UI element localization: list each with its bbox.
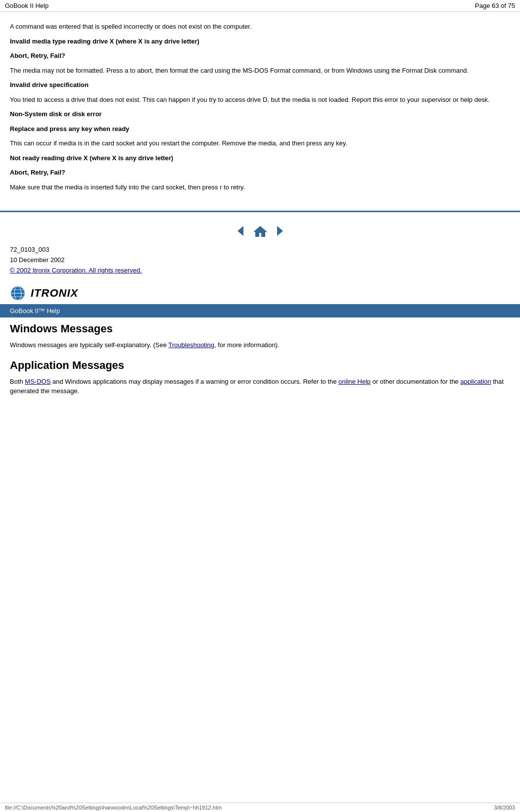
heading-2: Invalid media type reading drive X (wher… <box>10 37 510 46</box>
para-9: This can occur if media is in the card s… <box>10 138 510 148</box>
status-bar: file://C:\Documents%20and%20Settings\har… <box>0 803 520 812</box>
gobook-bar-label: GoBook II™ Help <box>10 307 60 315</box>
home-button[interactable] <box>252 224 268 238</box>
heading-5: Invalid drive specification <box>10 80 510 90</box>
windows-intro-text: Windows messages are typically self-expl… <box>10 341 168 349</box>
msdos-link[interactable]: MS-DOS <box>25 378 50 385</box>
application-link[interactable]: application <box>460 378 491 385</box>
svg-marker-1 <box>253 226 267 237</box>
logo-section: ITRONIX <box>0 280 520 304</box>
app-section-body: Both MS-DOS and Windows applications may… <box>10 377 510 396</box>
page-info: Page 63 of 75 <box>475 2 515 9</box>
doc-id: 72_0103_003 <box>10 245 510 255</box>
svg-marker-2 <box>277 226 283 236</box>
heading-11: Abort, Retry, Fail? <box>10 168 510 178</box>
section-divider <box>0 211 520 212</box>
app-text-mid1: and Windows applications may display mes… <box>50 378 338 385</box>
main-content: A command was entered that is spelled in… <box>0 12 520 202</box>
para-1: A command was entered that is spelled in… <box>10 22 510 32</box>
itronix-logo-text: ITRONIX <box>31 287 78 300</box>
para-6: You tried to access a drive that does no… <box>10 95 510 105</box>
heading-10: Not ready reading drive X (where X is an… <box>10 153 510 163</box>
windows-section: Windows Messages Windows messages are ty… <box>0 317 520 406</box>
heading-3: Abort, Retry, Fail? <box>10 51 510 61</box>
windows-section-intro: Windows messages are typically self-expl… <box>10 340 510 350</box>
footer-info: 72_0103_003 10 December 2002 © 2002 Itro… <box>0 243 520 280</box>
page-header: GoBook II Help Page 63 of 75 <box>0 0 520 12</box>
doc-date: 10 December 2002 <box>10 255 510 266</box>
windows-section-title: Windows Messages <box>10 322 510 335</box>
heading-8: Replace and press any key when ready <box>10 124 510 134</box>
file-path: file://C:\Documents%20and%20Settings\har… <box>5 805 222 811</box>
para-12: Make sure that the media is inserted ful… <box>10 182 510 192</box>
windows-intro-end: , for more information). <box>214 341 280 349</box>
troubleshooting-link[interactable]: Troubleshooting <box>168 341 214 349</box>
gobook-bar: GoBook II™ Help <box>0 304 520 317</box>
next-button[interactable] <box>273 224 287 238</box>
itronix-globe-icon <box>10 285 26 301</box>
copyright[interactable]: © 2002 Itronix Corporation. All rights r… <box>10 266 510 276</box>
file-date: 3/8/2003 <box>494 805 515 811</box>
para-4: The media may not be formatted. Press a … <box>10 66 510 76</box>
app-text-mid2: or other documentation for the <box>371 378 460 385</box>
online-help-link[interactable]: online Help <box>338 378 371 385</box>
heading-7: Non-System disk or disk error <box>10 109 510 119</box>
copyright-link[interactable]: © 2002 Itronix Corporation. All rights r… <box>10 267 142 274</box>
app-title: GoBook II Help <box>5 2 48 9</box>
app-section-title: Application Messages <box>10 359 510 372</box>
svg-marker-0 <box>237 226 243 236</box>
navigation-bar <box>0 217 520 243</box>
prev-button[interactable] <box>234 224 247 238</box>
app-text-start: Both <box>10 378 25 385</box>
